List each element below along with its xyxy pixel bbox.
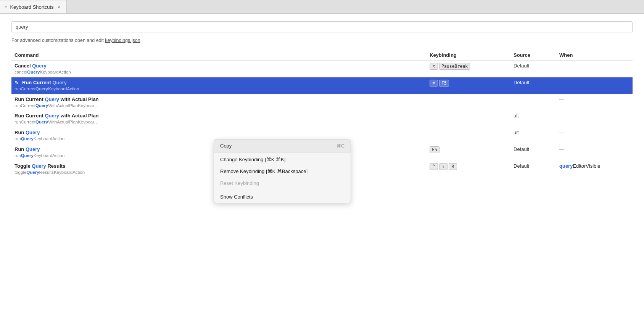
command-id-highlight: Query [21,136,34,141]
command-highlight: Query [32,63,47,69]
when-link: query [559,163,573,169]
command-name: Run Query [14,130,423,136]
command-highlight: Query [26,130,40,135]
keybinding-cell: ^⇧R [427,161,510,178]
context-menu-item-show-conflicts[interactable]: Show Conflicts [214,191,351,203]
kbd-badge: ⇧ [439,163,448,170]
tab-title: Keyboard Shortcuts [10,4,53,10]
source-cell: Default [510,144,556,161]
when-cell: — [556,111,633,127]
context-menu-divider [214,152,351,153]
kbd-badge: R [449,163,457,170]
context-menu-item-label: Reset Keybinding [220,180,259,186]
source-cell [510,94,556,111]
kbd-badge: ⌥ [430,63,438,70]
context-menu-item-label: Copy [220,143,232,149]
command-highlight: Query [52,80,67,85]
keybinding-cell [427,94,510,111]
kbd-badge: ^ [430,163,438,170]
table-row[interactable]: ✎ Run Current QueryrunCurrentQueryKeyboa… [11,77,633,94]
command-id-highlight: Query [26,170,39,175]
when-dash: — [559,113,564,119]
when-dash: — [559,130,564,135]
command-cell: ✎ Run Current QueryrunCurrentQueryKeyboa… [11,77,427,94]
keyboard-shortcuts-tab[interactable]: ≡ Keyboard Shortcuts × [0,0,67,13]
when-cell: — [556,61,633,77]
command-highlight: Query [32,163,46,169]
when-cell: — [556,94,633,111]
tab-icon: ≡ [5,5,7,9]
kbd-badge: F5 [439,80,449,87]
main-content: For advanced customizations open and edi… [0,14,644,327]
command-id: runCurrentQueryWithActualPlanKeyboar… [14,119,423,125]
context-menu-item-remove-keybinding[interactable]: Remove Keybinding [⌘K ⌘Backspace] [214,165,351,177]
command-highlight: Query [45,113,59,119]
keybinding-cell: ⌥PauseBreak [427,61,510,77]
col-header-keybinding: Keybinding [427,50,510,61]
command-id-highlight: Query [35,103,48,108]
col-header-command: Command [11,50,427,61]
context-menu-item-reset-keybinding: Reset Keybinding [214,177,351,189]
source-cell: ult [510,111,556,127]
keybinding-cell: ⌘F5 [427,77,510,94]
command-highlight: Query [45,96,59,102]
tab-close-button[interactable]: × [57,3,62,10]
command-name: Run Current Query with Actual Plan [14,96,423,103]
keybindings-json-link[interactable]: keybindings.json [105,38,140,43]
command-highlight: Query [26,146,40,152]
when-dash: — [559,96,564,102]
command-name: Cancel Query [14,63,423,69]
when-dash: — [559,63,564,69]
edit-pencil-icon: ✎ [14,80,22,86]
hint-text: For advanced customizations open and edi… [11,38,633,43]
search-input[interactable] [11,21,633,32]
context-menu-divider [214,190,351,190]
command-id-highlight: Query [35,87,48,91]
command-id-highlight: Query [35,120,48,124]
context-menu-shortcut: ⌘C [336,143,345,149]
context-menu-item-label: Show Conflicts [220,194,253,200]
context-menu: Copy⌘CChange Keybinding [⌘K ⌘K]Remove Ke… [214,139,351,203]
kbd-badge: F5 [430,146,440,153]
keybinding-cell [427,111,510,127]
command-name: ✎ Run Current Query [14,80,423,86]
table-row[interactable]: Run Current Query with Actual PlanrunCur… [11,111,633,127]
kbd-badge: PauseBreak [439,63,470,70]
context-menu-item-change-keybinding[interactable]: Change Keybinding [⌘K ⌘K] [214,154,351,165]
keybinding-badges: F5 [430,146,507,153]
command-cell: Run Current Query with Actual PlanrunCur… [11,111,427,127]
context-menu-item-copy[interactable]: Copy⌘C [214,140,351,152]
keybinding-badges: ⌥PauseBreak [430,63,507,70]
table-row[interactable]: Run Current Query with Actual PlanrunCur… [11,94,633,111]
when-dash: — [559,146,564,152]
kbd-badge: ⌘ [430,80,438,87]
source-cell: Default [510,61,556,77]
context-menu-item-label: Remove Keybinding [⌘K ⌘Backspace] [220,168,308,174]
command-cell: Cancel QuerycancelQueryKeyboardAction [11,61,427,77]
when-cell: — [556,77,633,94]
command-name: Run Current Query with Actual Plan [14,113,423,119]
command-id: runCurrentQueryWithActualPlanKeyboar… [14,103,423,109]
context-menu-item-label: Change Keybinding [⌘K ⌘K] [220,157,285,162]
tab-bar: ≡ Keyboard Shortcuts × [0,0,644,14]
source-cell: ult [510,127,556,144]
table-row[interactable]: Cancel QuerycancelQueryKeyboardAction⌥Pa… [11,61,633,77]
keybinding-cell: F5 [427,144,510,161]
command-id: cancelQueryKeyboardAction [14,69,423,75]
source-cell: Default [510,161,556,178]
command-id: runCurrentQueryKeyboardAction [14,86,423,92]
command-id-highlight: Query [27,70,40,74]
when-cell: — [556,127,633,144]
keybinding-badges: ^⇧R [430,163,507,170]
when-cell: queryEditorVisible [556,161,633,178]
when-dash: — [559,80,564,85]
col-header-when: When [556,50,633,61]
col-header-source: Source [510,50,556,61]
when-cell: — [556,144,633,161]
keybinding-badges: ⌘F5 [430,80,507,87]
source-cell: Default [510,77,556,94]
command-id-highlight: Query [21,153,34,158]
keybinding-cell [427,127,510,144]
command-cell: Run Current Query with Actual PlanrunCur… [11,94,427,111]
